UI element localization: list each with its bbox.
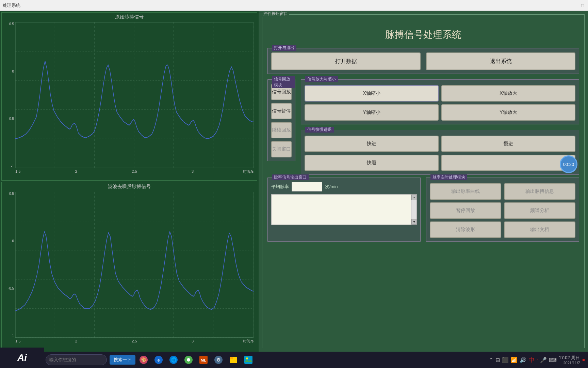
y-shrink-button[interactable]: Y轴缩小: [305, 104, 439, 121]
output-info-button[interactable]: 输出脉搏信息: [504, 183, 575, 200]
mic-icon[interactable]: 🎤: [540, 357, 547, 363]
time-text: 17:02 周日: [559, 355, 580, 361]
bottom-chart-svg: [15, 192, 254, 338]
svg-text:ML: ML: [201, 358, 206, 362]
top-chart-x-ticks: 1.5 2 2.5 3 3.5: [15, 169, 254, 173]
taskbar-app-chrome[interactable]: [182, 353, 195, 367]
open-exit-section: 打开与退出 打开数据 退出系统: [267, 48, 579, 74]
zoom-section-label: 信号放大与缩小: [305, 76, 338, 82]
minimize-button[interactable]: —: [572, 3, 577, 8]
ai-text: Ai: [17, 352, 27, 363]
output-curve-button[interactable]: 输出脉率曲线: [430, 183, 501, 200]
svg-point-33: [187, 358, 190, 362]
speed-buttons: 快进 慢进 快退 慢退 00:20: [305, 136, 575, 171]
signal-playback-section: 信号回放模块 信号回放 信号暂停 继续回放 关闭窗口: [267, 79, 295, 161]
left-panel: 原始脉搏信号 0.5 0 -0.5 -1: [0, 11, 259, 352]
date-text: 2021/11/7: [559, 361, 580, 365]
x-shrink-button[interactable]: X轴缩小: [305, 85, 439, 102]
taskbar-app-edge[interactable]: 🌐: [167, 353, 180, 367]
svg-text:e: e: [158, 358, 160, 363]
bottom-sections: 脉率信号输出窗口 平均脉率 次/min ▲ ▼ 脉率实: [267, 178, 579, 242]
timer-badge: 00:20: [560, 155, 577, 173]
taskbar-app-matlab[interactable]: ML: [197, 353, 210, 367]
taskbar: 🔍 ⊞ 百 输入你想搜的 搜索一下 🎨 e 🌐: [0, 352, 588, 368]
scrollbar-track: ▲ ▼: [411, 195, 416, 225]
taskbar-search-box[interactable]: 输入你想搜的: [46, 354, 107, 365]
system-tray: ⌃ ⊟ ⬛ 📶 🔊 中 · 🎤 ⌨ 17:02 周日 2021/11/7 ●: [489, 355, 585, 365]
taskbar-icon-2[interactable]: ⬛: [502, 357, 509, 363]
signal-close-button[interactable]: 关闭窗口: [271, 141, 292, 157]
y-enlarge-button[interactable]: Y轴放大: [441, 104, 575, 121]
taskbar-app-ie[interactable]: e: [152, 353, 165, 367]
fast-forward-button[interactable]: 快进: [305, 136, 439, 152]
taskbar-app-extra[interactable]: ⚙: [212, 353, 225, 367]
svg-rect-11: [15, 22, 254, 168]
right-sub-columns: 信号放大与缩小 X轴缩小 X轴放大 Y轴缩小 Y轴放大 信号快慢进退 快进: [301, 79, 579, 175]
controls-border: 控件按钮窗口 脉搏信号处理系统 打开与退出 打开数据 退出系统 信号回放模块 信…: [262, 14, 585, 348]
controls-columns: 信号回放模块 信号回放 信号暂停 继续回放 关闭窗口 信号放大与缩小 X轴缩小: [267, 79, 579, 175]
slow-back-button[interactable]: 慢退 00:20: [441, 155, 575, 171]
keyboard-icon[interactable]: ⌨: [549, 357, 557, 363]
x-enlarge-button[interactable]: X轴放大: [441, 85, 575, 102]
taskbar-app-paint[interactable]: 🎨: [137, 353, 150, 367]
open-data-button[interactable]: 打开数据: [271, 52, 421, 70]
svg-text:🌐: 🌐: [171, 357, 177, 363]
restore-button[interactable]: □: [580, 3, 585, 8]
right-panel: 控件按钮窗口 脉搏信号处理系统 打开与退出 打开数据 退出系统 信号回放模块 信…: [259, 11, 588, 352]
scrollbar-down[interactable]: ▼: [411, 219, 417, 225]
zoom-section: 信号放大与缩小 X轴缩小 X轴放大 Y轴缩小 Y轴放大: [301, 79, 579, 124]
bottom-chart-x-label: 时间/s: [243, 339, 254, 344]
open-exit-label: 打开与退出: [272, 45, 296, 51]
chevron-up-icon[interactable]: ⌃: [489, 357, 493, 363]
svg-point-41: [246, 357, 248, 359]
avg-label: 平均脉率: [271, 184, 289, 190]
bottom-chart-y-axis: 0.5 0 -0.5 -1: [2, 192, 15, 338]
freq-analysis-button[interactable]: 频谱分析: [504, 202, 575, 219]
main-content: 原始脉搏信号 0.5 0 -0.5 -1: [0, 11, 588, 352]
unit-label: 次/min: [325, 184, 338, 190]
pause-playback-button[interactable]: 暂停回放: [430, 202, 501, 219]
search-button[interactable]: 搜索一下: [110, 355, 135, 365]
top-chart-x-label: 时间/s: [243, 169, 254, 174]
output-doc-button[interactable]: 输出文档: [504, 221, 575, 238]
signal-continue-button[interactable]: 继续回放: [271, 122, 292, 138]
pulse-rate-label: 脉率信号输出窗口: [272, 174, 309, 180]
network-icon[interactable]: 📶: [511, 357, 518, 363]
time-display[interactable]: 17:02 周日 2021/11/7: [559, 355, 580, 365]
fast-back-button[interactable]: 快退: [305, 155, 439, 171]
svg-text:🎨: 🎨: [141, 357, 147, 363]
ai-badge: Ai: [0, 348, 44, 368]
search-placeholder: 输入你想搜的: [49, 357, 76, 363]
title-bar: 处理系统 — □: [0, 0, 588, 11]
exit-system-button[interactable]: 退出系统: [426, 52, 575, 70]
taskbar-app-files[interactable]: [227, 353, 240, 367]
avg-pulse-row: 平均脉率 次/min: [271, 182, 417, 191]
top-chart-y-axis: 0.5 0 -0.5 -1: [2, 22, 15, 168]
title-bar-text: 处理系统: [3, 2, 572, 9]
scrollbar-up[interactable]: ▲: [411, 195, 417, 200]
slow-forward-button[interactable]: 慢进: [441, 136, 575, 152]
pulse-rate-scroll-area: ▲ ▼: [271, 194, 417, 225]
signal-pause-button[interactable]: 信号暂停: [271, 103, 292, 119]
notification-dot[interactable]: ●: [582, 357, 585, 363]
pulse-rate-section: 脉率信号输出窗口 平均脉率 次/min ▲ ▼: [267, 178, 421, 242]
avg-pulse-input[interactable]: [292, 182, 322, 191]
bottom-chart-x-ticks: 1.5 2 2.5 3 3.5: [15, 339, 254, 343]
clear-wave-button[interactable]: 清除波形: [430, 221, 501, 238]
open-exit-row: 打开数据 退出系统: [271, 52, 575, 70]
zoom-buttons: X轴缩小 X轴放大 Y轴缩小 Y轴放大: [305, 85, 575, 121]
realtime-buttons: 输出脉率曲线 输出脉搏信息 暂停回放 频谱分析 清除波形 输出文档: [430, 183, 575, 238]
taskbar-icon-1[interactable]: ⊟: [495, 357, 500, 363]
pulse-rate-realtime-section: 脉率实时处理模块 输出脉率曲线 输出脉搏信息 暂停回放 频谱分析 清除波形 输出…: [426, 178, 579, 242]
volume-icon[interactable]: 🔊: [520, 357, 526, 363]
taskbar-app-photos[interactable]: [242, 353, 255, 367]
top-chart-container: 原始脉搏信号 0.5 0 -0.5 -1: [1, 12, 257, 181]
svg-rect-40: [244, 356, 252, 364]
svg-rect-39: [230, 357, 233, 359]
ime-dot[interactable]: ·: [537, 357, 538, 363]
top-chart-title: 原始脉搏信号: [2, 13, 257, 21]
ime-icon[interactable]: 中: [528, 356, 535, 364]
playback-buttons: 信号回放 信号暂停 继续回放 关闭窗口: [271, 84, 292, 157]
fast-slow-label: 信号快慢进退: [305, 127, 334, 133]
top-chart-svg: [15, 22, 254, 168]
